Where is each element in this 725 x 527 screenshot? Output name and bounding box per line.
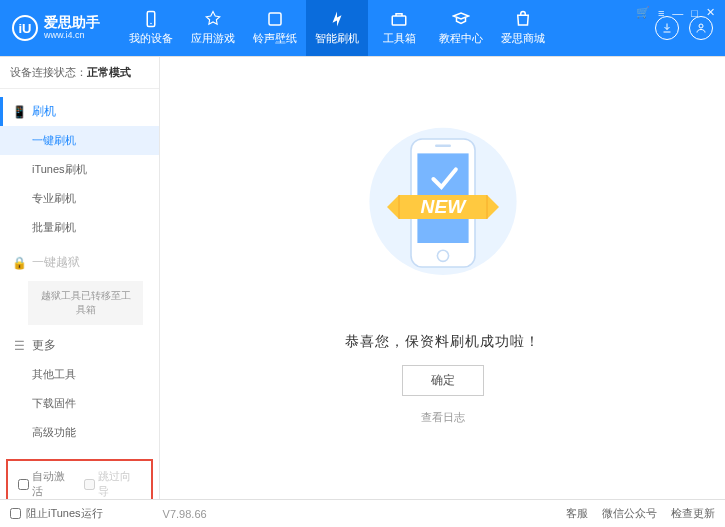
cart-icon[interactable]: 🛒 bbox=[636, 6, 650, 19]
logo-icon: iU bbox=[12, 15, 38, 41]
app-url: www.i4.cn bbox=[44, 31, 100, 41]
nav-toolbox[interactable]: 工具箱 bbox=[368, 0, 430, 56]
footer-link-support[interactable]: 客服 bbox=[566, 506, 588, 521]
success-message: 恭喜您，保资料刷机成功啦！ bbox=[345, 333, 540, 351]
auto-activate-checkbox[interactable]: 自动激活 bbox=[18, 469, 76, 499]
nav-apps-games[interactable]: 应用游戏 bbox=[182, 0, 244, 56]
toolbox-icon bbox=[390, 10, 408, 28]
close-icon[interactable]: ✕ bbox=[706, 6, 715, 19]
sidebar-item-pro-flash[interactable]: 专业刷机 bbox=[0, 184, 159, 213]
menu-icon[interactable]: ≡ bbox=[658, 7, 664, 19]
block-itunes-checkbox[interactable]: 阻止iTunes运行 bbox=[10, 506, 103, 521]
svg-point-4 bbox=[699, 24, 703, 28]
connection-status: 设备连接状态：正常模式 bbox=[0, 57, 159, 89]
apps-icon bbox=[204, 10, 222, 28]
sidebar-item-oneclick-flash[interactable]: 一键刷机 bbox=[0, 126, 159, 155]
flash-icon bbox=[328, 10, 346, 28]
sidebar-item-itunes-flash[interactable]: iTunes刷机 bbox=[0, 155, 159, 184]
new-banner-text: NEW bbox=[420, 196, 467, 217]
store-icon bbox=[514, 10, 532, 28]
tutorial-icon bbox=[452, 10, 470, 28]
phone-icon: 📱 bbox=[12, 105, 26, 119]
download-button[interactable] bbox=[655, 16, 679, 40]
jailbreak-moved-notice: 越狱工具已转移至工具箱 bbox=[28, 281, 143, 325]
device-icon bbox=[142, 10, 160, 28]
sidebar-item-other-tools[interactable]: 其他工具 bbox=[0, 360, 159, 389]
minimize-icon[interactable]: — bbox=[672, 7, 683, 19]
success-illustration: NEW bbox=[363, 111, 523, 315]
footer-bar: 阻止iTunes运行 V7.98.66 客服 微信公众号 检查更新 bbox=[0, 499, 725, 527]
footer-link-update[interactable]: 检查更新 bbox=[671, 506, 715, 521]
app-header: iU 爱思助手 www.i4.cn 我的设备 应用游戏 铃声壁纸 智能刷机 工具… bbox=[0, 0, 725, 56]
svg-rect-9 bbox=[435, 145, 451, 147]
user-button[interactable] bbox=[689, 16, 713, 40]
nav-smart-flash[interactable]: 智能刷机 bbox=[306, 0, 368, 56]
nav-my-device[interactable]: 我的设备 bbox=[120, 0, 182, 56]
menu-lines-icon: ☰ bbox=[12, 339, 26, 353]
sidebar: 设备连接状态：正常模式 📱 刷机 一键刷机 iTunes刷机 专业刷机 批量刷机… bbox=[0, 57, 160, 499]
main-content: NEW 恭喜您，保资料刷机成功啦！ 确定 查看日志 bbox=[160, 57, 725, 499]
app-title: 爱思助手 bbox=[44, 15, 100, 30]
maximize-icon[interactable]: □ bbox=[691, 7, 698, 19]
skip-setup-checkbox[interactable]: 跳过向导 bbox=[84, 469, 142, 499]
nav-store[interactable]: 爱思商城 bbox=[492, 0, 554, 56]
sidebar-group-more[interactable]: ☰ 更多 bbox=[0, 331, 159, 360]
svg-rect-2 bbox=[269, 13, 281, 25]
svg-rect-3 bbox=[392, 16, 406, 25]
sidebar-item-advanced[interactable]: 高级功能 bbox=[0, 418, 159, 447]
top-nav: 我的设备 应用游戏 铃声壁纸 智能刷机 工具箱 教程中心 爱思商城 bbox=[120, 0, 554, 56]
ok-button[interactable]: 确定 bbox=[402, 365, 484, 396]
sidebar-group-jailbreak: 🔒 一键越狱 bbox=[0, 248, 159, 277]
ringtone-icon bbox=[266, 10, 284, 28]
view-log-link[interactable]: 查看日志 bbox=[421, 410, 465, 425]
activation-options-box: 自动激活 跳过向导 bbox=[6, 459, 153, 499]
sidebar-group-flash[interactable]: 📱 刷机 bbox=[0, 97, 159, 126]
lock-icon: 🔒 bbox=[12, 256, 26, 270]
sidebar-item-batch-flash[interactable]: 批量刷机 bbox=[0, 213, 159, 242]
version-label: V7.98.66 bbox=[163, 508, 207, 520]
sidebar-item-download-firmware[interactable]: 下载固件 bbox=[0, 389, 159, 418]
logo-block: iU 爱思助手 www.i4.cn bbox=[12, 15, 100, 41]
nav-tutorials[interactable]: 教程中心 bbox=[430, 0, 492, 56]
svg-point-1 bbox=[150, 23, 152, 25]
footer-link-wechat[interactable]: 微信公众号 bbox=[602, 506, 657, 521]
nav-ringtones[interactable]: 铃声壁纸 bbox=[244, 0, 306, 56]
